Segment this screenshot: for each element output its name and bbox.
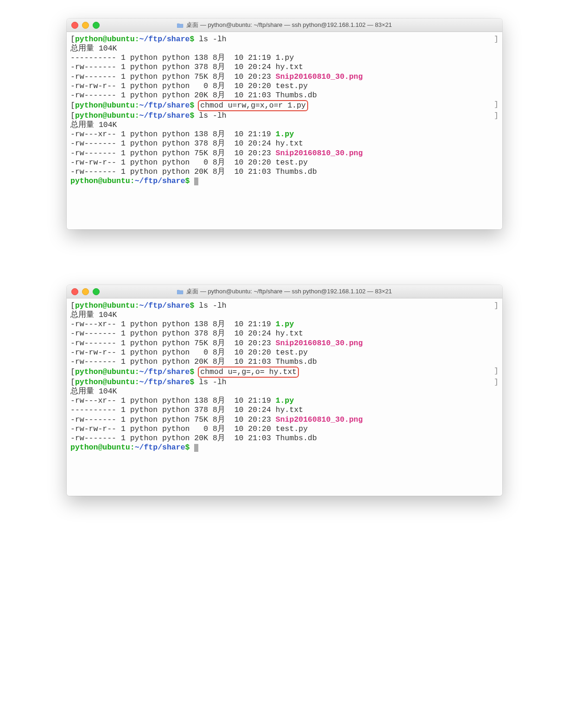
window-title: 桌面 — python@ubuntu: ~/ftp/share — ssh py… xyxy=(67,287,502,296)
ls-row: -rw-rw-r-- 1 python python 0 8月 10 20:20… xyxy=(70,348,499,357)
ls-row: -rw------- 1 python python 378 8月 10 20:… xyxy=(70,139,499,148)
ls-row: ---------- 1 python python 378 8月 10 20:… xyxy=(70,405,499,415)
file-name: 1.py xyxy=(276,396,294,405)
folder-icon xyxy=(177,289,183,294)
prompt-path: ~/ftp/share xyxy=(139,378,190,386)
ls-row: -rw------- 1 python python 378 8月 10 20:… xyxy=(70,329,499,338)
file-name: Snip20160810_30.png xyxy=(276,339,363,348)
prompt-user: python@ubuntu xyxy=(75,301,135,310)
titlebar: 桌面 — python@ubuntu: ~/ftp/share — ssh py… xyxy=(67,19,502,32)
ls-row: -rw------- 1 python python 20K 8月 10 21:… xyxy=(70,91,499,100)
ls-row: -rw------- 1 python python 75K 8月 10 20:… xyxy=(70,415,499,424)
ls-row: -rw---xr-- 1 python python 138 8月 10 21:… xyxy=(70,396,499,405)
prompt-path: ~/ftp/share xyxy=(139,101,190,110)
highlighted-command: chmod u=,g=,o= hy.txt xyxy=(198,367,299,378)
file-name: Snip20160810_30.png xyxy=(276,72,363,81)
window-title-text: 桌面 — python@ubuntu: ~/ftp/share — ssh py… xyxy=(186,287,392,296)
ls-row: -rw------- 1 python python 20K 8月 10 21:… xyxy=(70,434,499,443)
ls-row: -rw------- 1 python python 75K 8月 10 20:… xyxy=(70,339,499,348)
prompt-user: python@ubuntu xyxy=(70,443,130,452)
highlighted-command: chmod u=rw,g=x,o=r 1.py xyxy=(198,100,308,111)
minimize-icon[interactable] xyxy=(82,22,89,29)
window-title-text: 桌面 — python@ubuntu: ~/ftp/share — ssh py… xyxy=(186,21,392,29)
prompt-path: ~/ftp/share xyxy=(135,177,185,185)
file-name: Snip20160810_30.png xyxy=(276,149,363,158)
ls-row: -rw-rw-r-- 1 python python 0 8月 10 20:20… xyxy=(70,158,499,167)
window-controls xyxy=(71,22,100,29)
terminal-window-2: 桌面 — python@ubuntu: ~/ftp/share — ssh py… xyxy=(67,285,502,496)
cursor xyxy=(194,444,198,452)
prompt-user: python@ubuntu xyxy=(75,35,135,44)
ls-row: -rw---xr-- 1 python python 138 8月 10 21:… xyxy=(70,320,499,329)
prompt-path: ~/ftp/share xyxy=(135,443,185,452)
prompt-path: ~/ftp/share xyxy=(139,111,190,120)
titlebar: 桌面 — python@ubuntu: ~/ftp/share — ssh py… xyxy=(67,285,502,298)
folder-icon xyxy=(177,23,183,28)
ls-row: -rw-rw-r-- 1 python python 0 8月 10 20:20… xyxy=(70,424,499,434)
prompt-path: ~/ftp/share xyxy=(139,301,190,310)
zoom-icon[interactable] xyxy=(93,22,100,29)
zoom-icon[interactable] xyxy=(93,288,100,295)
file-name: 1.py xyxy=(276,320,294,329)
close-icon[interactable] xyxy=(71,288,78,295)
window-controls xyxy=(71,288,100,295)
prompt-user: python@ubuntu xyxy=(75,111,135,120)
ls-row: ---------- 1 python python 138 8月 10 21:… xyxy=(70,53,499,63)
prompt-user: python@ubuntu xyxy=(75,101,135,110)
terminal-window-1: 桌面 — python@ubuntu: ~/ftp/share — ssh py… xyxy=(67,19,502,229)
prompt-user: python@ubuntu xyxy=(75,367,135,376)
ls-row: -rw-rw-r-- 1 python python 0 8月 10 20:20… xyxy=(70,82,499,91)
ls-row: -rw------- 1 python python 75K 8月 10 20:… xyxy=(70,149,499,158)
file-name: 1.py xyxy=(276,130,294,139)
file-name: Snip20160810_30.png xyxy=(276,415,363,424)
ls-row: -rw---xr-- 1 python python 138 8月 10 21:… xyxy=(70,130,499,139)
prompt-user: python@ubuntu xyxy=(75,378,135,386)
ls-row: -rw------- 1 python python 378 8月 10 20:… xyxy=(70,63,499,72)
terminal-content-2[interactable]: [python@ubuntu:~/ftp/share$ ls -lh]总用量 1… xyxy=(67,298,502,496)
prompt-path: ~/ftp/share xyxy=(139,367,190,376)
close-icon[interactable] xyxy=(71,22,78,29)
prompt-path: ~/ftp/share xyxy=(139,35,190,44)
prompt-user: python@ubuntu xyxy=(70,177,130,185)
ls-row: -rw------- 1 python python 20K 8月 10 21:… xyxy=(70,167,499,177)
window-title: 桌面 — python@ubuntu: ~/ftp/share — ssh py… xyxy=(67,21,502,29)
cursor xyxy=(194,177,198,185)
ls-row: -rw------- 1 python python 20K 8月 10 21:… xyxy=(70,357,499,367)
ls-row: -rw------- 1 python python 75K 8月 10 20:… xyxy=(70,72,499,82)
minimize-icon[interactable] xyxy=(82,288,89,295)
terminal-content-1[interactable]: [python@ubuntu:~/ftp/share$ ls -lh]总用量 1… xyxy=(67,32,502,229)
